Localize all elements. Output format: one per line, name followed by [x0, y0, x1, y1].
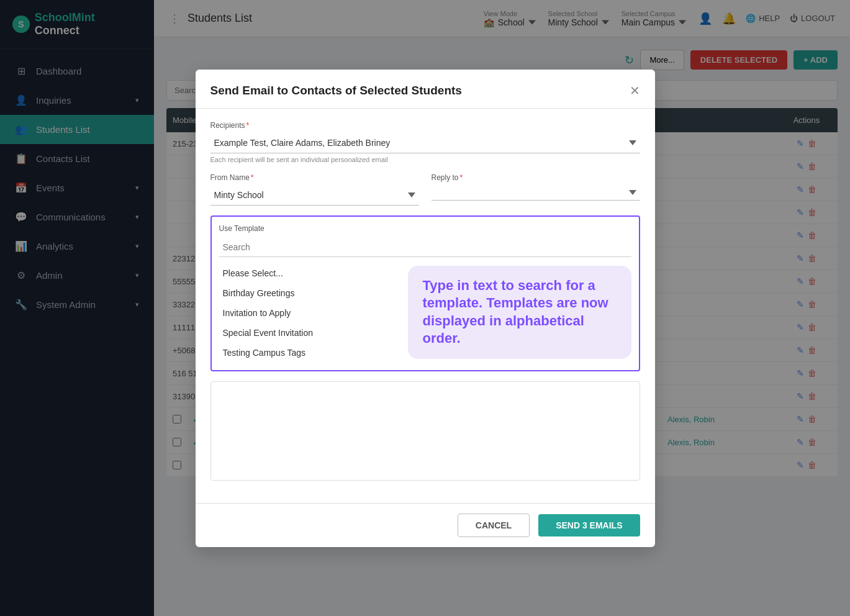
modal-close-button[interactable]: ✕ [630, 83, 640, 98]
reply-to-group: Reply to* [432, 173, 640, 206]
from-name-label: From Name* [210, 173, 419, 182]
tooltip-text: Type in text to search for a template. T… [423, 278, 608, 346]
template-option-please-select[interactable]: Please Select... [219, 263, 402, 283]
template-row: Please Select... Birthday Greetings Invi… [219, 263, 631, 363]
reply-to-select[interactable] [432, 185, 640, 201]
template-tooltip: Type in text to search for a template. T… [408, 266, 631, 359]
from-reply-row: From Name* Minty School Reply to* [210, 173, 640, 215]
recipients-select[interactable]: Example Test, Claire Adams, Elizabeth Br… [210, 133, 640, 153]
template-list: Please Select... Birthday Greetings Invi… [219, 263, 402, 363]
recipients-hint: Each recipient will be sent an individua… [210, 156, 640, 163]
modal-header: Send Email to Contacts of Selected Stude… [196, 70, 655, 109]
chevron-down-icon [629, 190, 636, 195]
chevron-down-icon [408, 192, 415, 197]
template-search-input[interactable] [219, 238, 631, 257]
use-template-label: Use Template [219, 224, 631, 233]
chevron-down-icon [629, 140, 636, 145]
recipients-label: Recipients* [210, 121, 640, 130]
send-emails-button[interactable]: SEND 3 EMAILS [538, 514, 640, 537]
email-modal: Send Email to Contacts of Selected Stude… [196, 70, 655, 547]
reply-to-label: Reply to* [432, 173, 640, 182]
from-name-group: From Name* Minty School [210, 173, 419, 206]
email-body-area[interactable] [210, 381, 640, 481]
from-name-value: Minty School [214, 190, 264, 200]
recipients-value: Example Test, Claire Adams, Elizabeth Br… [214, 138, 391, 148]
recipients-group: Recipients* Example Test, Claire Adams, … [210, 121, 640, 163]
template-option-testing[interactable]: Testing Campus Tags [219, 343, 402, 363]
modal-footer: CANCEL SEND 3 EMAILS [196, 503, 655, 547]
template-section: Use Template Please Select... Birthday G… [210, 215, 640, 371]
from-name-select[interactable]: Minty School [210, 185, 419, 206]
template-option-invitation[interactable]: Invitation to Apply [219, 303, 402, 323]
template-option-special-event[interactable]: Special Event Invitation [219, 323, 402, 343]
modal-overlay: Send Email to Contacts of Selected Stude… [154, 0, 850, 616]
cancel-button[interactable]: CANCEL [458, 514, 530, 537]
modal-title: Send Email to Contacts of Selected Stude… [210, 84, 462, 97]
modal-body: Recipients* Example Test, Claire Adams, … [196, 109, 655, 503]
template-option-birthday[interactable]: Birthday Greetings [219, 283, 402, 303]
main: ⋮ Students List View Mode 🏫 School Selec… [154, 0, 850, 616]
